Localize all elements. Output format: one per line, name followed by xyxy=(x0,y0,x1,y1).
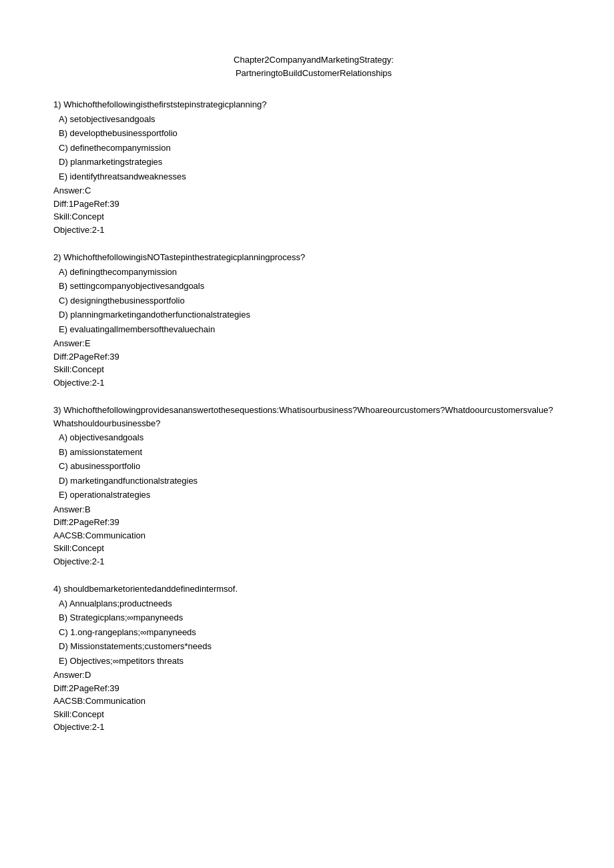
question-1-option-1: A) setobjectivesandgoals xyxy=(53,113,574,126)
question-4-skill: Skill:Concept xyxy=(53,708,574,721)
question-3-text: 3) Whichofthefollowingprovidesananswerto… xyxy=(53,404,574,430)
question-1-skill: Skill:Concept xyxy=(53,210,574,224)
question-3-option-5: E) operationalstrategies xyxy=(53,488,574,502)
question-2-skill: Skill:Concept xyxy=(53,363,574,376)
question-3-aacsb: AACSB:Communication xyxy=(53,529,574,542)
question-2-diff: Diff:2PageRef:39 xyxy=(53,350,574,364)
question-2-objective: Objective:2-1 xyxy=(53,376,574,390)
question-1: 1) Whichofthefollowingisthefirststepinst… xyxy=(53,98,574,236)
question-1-diff: Diff:1PageRef:39 xyxy=(53,197,574,211)
question-4-diff: Diff:2PageRef:39 xyxy=(53,682,574,695)
question-4-option-1: A) Annualplans;productneeds xyxy=(53,597,574,610)
question-3-skill: Skill:Concept xyxy=(53,542,574,555)
question-1-option-5: E) identifythreatsandweaknesses xyxy=(53,170,574,183)
question-4-objective: Objective:2-1 xyxy=(53,721,574,734)
question-4-option-4: D) Missionstatements;customers*needs xyxy=(53,640,574,653)
page-title: Chapter2CompanyandMarketingStrategy: Par… xyxy=(53,53,574,79)
question-3-diff: Diff:2PageRef:39 xyxy=(53,516,574,529)
question-1-option-4: D) planmarketingstrategies xyxy=(53,155,574,169)
question-3-answer: Answer:B xyxy=(53,503,574,516)
question-1-objective: Objective:2-1 xyxy=(53,224,574,237)
question-4-option-3: C) 1.ong-rangeplans;∞mpanyneeds xyxy=(53,626,574,639)
question-3-objective: Objective:2-1 xyxy=(53,555,574,568)
question-4-option-2: B) Strategicplans;∞mpanyneeds xyxy=(53,611,574,624)
question-1-option-3: C) definethecompanymission xyxy=(53,141,574,155)
question-2-option-3: C) designingthebusinessportfolio xyxy=(53,294,574,308)
question-4-answer: Answer:D xyxy=(53,669,574,682)
question-2-option-2: B) settingcompanyobjectivesandgoals xyxy=(53,280,574,293)
question-4-text: 4) shouldbemarketorientedanddefinedinter… xyxy=(53,582,574,596)
question-1-option-2: B) developthebusinessportfolio xyxy=(53,127,574,140)
question-2-text: 2) WhichofthefollowingisNOTastepinthestr… xyxy=(53,251,574,264)
question-2-answer: Answer:E xyxy=(53,337,574,350)
question-2-option-1: A) definingthecompanymission xyxy=(53,266,574,279)
question-2-option-5: E) evaluatingallmembersofthevaluechain xyxy=(53,323,574,336)
question-4-aacsb: AACSB:Communication xyxy=(53,695,574,708)
question-3-option-1: A) objectivesandgoals xyxy=(53,431,574,444)
question-2-option-4: D) planningmarketingandotherfunctionalst… xyxy=(53,308,574,322)
question-3-option-4: D) marketingandfunctionalstrategies xyxy=(53,474,574,488)
question-1-text: 1) Whichofthefollowingisthefirststepinst… xyxy=(53,98,574,111)
question-3: 3) Whichofthefollowingprovidesananswerto… xyxy=(53,404,574,568)
question-1-answer: Answer:C xyxy=(53,184,574,197)
question-3-option-2: B) amissionstatement xyxy=(53,446,574,459)
question-4-option-5: E) Objectives;∞mpetitors threats xyxy=(53,655,574,668)
question-3-option-3: C) abusinessportfolio xyxy=(53,460,574,473)
question-2: 2) WhichofthefollowingisNOTastepinthestr… xyxy=(53,251,574,389)
question-4: 4) shouldbemarketorientedanddefinedinter… xyxy=(53,582,574,734)
